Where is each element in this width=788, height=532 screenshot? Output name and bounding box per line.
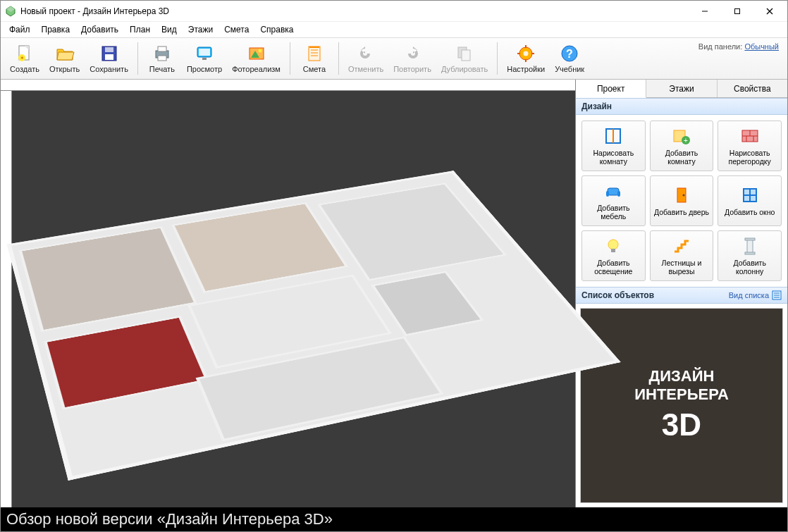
tab-floors[interactable]: Этажи bbox=[646, 80, 717, 97]
printer-icon bbox=[152, 44, 172, 63]
add-window-button[interactable]: Добавить окно bbox=[718, 175, 782, 226]
undo-label: Отменить bbox=[348, 65, 383, 73]
undo-button[interactable]: Отменить bbox=[343, 42, 388, 75]
add-room-icon: + bbox=[672, 126, 691, 146]
panel-mode: Вид панели: Обычный bbox=[698, 42, 779, 51]
menu-plan[interactable]: План bbox=[124, 23, 156, 36]
add-door-button[interactable]: Добавить дверь bbox=[650, 175, 714, 226]
svg-point-55 bbox=[608, 240, 618, 249]
menu-edit[interactable]: Правка bbox=[36, 23, 76, 36]
svg-rect-22 bbox=[309, 47, 320, 61]
monitor-icon bbox=[195, 44, 214, 63]
add-furniture-button[interactable]: Добавить мебель bbox=[581, 175, 646, 226]
viewport-3d[interactable] bbox=[12, 91, 575, 507]
duplicate-button[interactable]: Дублировать bbox=[436, 42, 493, 75]
separator bbox=[497, 42, 498, 75]
redo-button[interactable]: Повторить bbox=[388, 42, 436, 75]
svg-rect-11 bbox=[105, 47, 113, 52]
svg-text:?: ? bbox=[566, 48, 573, 60]
svg-rect-14 bbox=[158, 47, 166, 51]
open-label: Открыть bbox=[49, 65, 80, 73]
redo-icon bbox=[402, 44, 422, 63]
create-label: Создать bbox=[10, 65, 39, 73]
menu-file[interactable]: Файл bbox=[4, 23, 36, 36]
estimate-label: Смета bbox=[303, 65, 326, 73]
add-column-label: Добавить колонну bbox=[720, 259, 780, 276]
photoreal-button[interactable]: Фотореализм bbox=[227, 42, 285, 75]
design-tools-grid: Нарисовать комнату + Добавить комнату На… bbox=[576, 115, 787, 287]
tab-properties[interactable]: Свойства bbox=[718, 80, 787, 97]
print-button[interactable]: Печать bbox=[142, 42, 182, 75]
create-button[interactable]: ✶ Создать bbox=[5, 42, 44, 75]
brick-wall-icon bbox=[740, 126, 760, 146]
titlebar: Новый проект - Дизайн Интерьера 3D bbox=[1, 1, 787, 22]
draw-room-label: Нарисовать комнату bbox=[584, 149, 644, 166]
app-icon bbox=[5, 6, 16, 17]
notepad-icon bbox=[304, 44, 324, 63]
footer-caption: Обзор новой версии «Дизайн Интерьера 3D» bbox=[1, 507, 787, 531]
settings-button[interactable]: Настройки bbox=[502, 42, 550, 75]
add-room-label: Добавить комнату bbox=[652, 149, 712, 166]
maximize-button[interactable] bbox=[721, 1, 753, 22]
preview-line3: 3D bbox=[634, 407, 729, 444]
column-icon bbox=[740, 236, 760, 256]
svg-rect-48 bbox=[606, 191, 609, 197]
svg-rect-56 bbox=[611, 249, 615, 252]
add-lighting-button[interactable]: Добавить освещение bbox=[581, 230, 646, 281]
armchair-icon bbox=[603, 181, 623, 201]
close-button[interactable] bbox=[753, 1, 786, 22]
add-room-button[interactable]: + Добавить комнату bbox=[650, 120, 714, 171]
door-icon bbox=[672, 185, 691, 205]
objects-title-label: Список объектов bbox=[581, 290, 654, 300]
save-button[interactable]: Сохранить bbox=[85, 42, 133, 75]
preview-button[interactable]: Просмотр bbox=[182, 42, 227, 75]
stairs-button[interactable]: Лестницы и вырезы bbox=[650, 230, 714, 281]
menu-view[interactable]: Вид bbox=[156, 23, 183, 36]
separator bbox=[290, 42, 290, 75]
open-button[interactable]: Открыть bbox=[44, 42, 85, 75]
svg-rect-49 bbox=[617, 191, 620, 197]
add-column-button[interactable]: Добавить колонну bbox=[718, 230, 782, 281]
preview-thumbnail[interactable]: ДИЗАЙН ИНТЕРЬЕРА 3D bbox=[580, 308, 783, 503]
window-title: Новый проект - Дизайн Интерьера 3D bbox=[20, 6, 689, 16]
floorplan-3d bbox=[7, 171, 621, 480]
folder-open-icon bbox=[55, 44, 75, 63]
menu-floors[interactable]: Этажи bbox=[183, 23, 218, 36]
list-view-toggle[interactable]: Вид списка bbox=[729, 290, 782, 300]
duplicate-icon bbox=[455, 44, 474, 63]
svg-rect-28 bbox=[462, 50, 470, 61]
svg-rect-26 bbox=[309, 47, 319, 48]
estimate-button[interactable]: Смета bbox=[295, 42, 334, 75]
tutorial-button[interactable]: ? Учебник bbox=[550, 42, 589, 75]
panel-mode-link[interactable]: Обычный bbox=[744, 42, 779, 51]
ruler-vertical bbox=[1, 91, 12, 507]
list-view-icon bbox=[772, 290, 782, 300]
menu-estimate[interactable]: Смета bbox=[218, 23, 254, 36]
draw-partition-button[interactable]: Нарисовать перегородку bbox=[718, 120, 782, 171]
draw-room-button[interactable]: Нарисовать комнату bbox=[581, 120, 646, 171]
toolbar: ✶ Создать Открыть Сохранить Печать Просм… bbox=[1, 37, 787, 80]
workspace: Проект Этажи Свойства Дизайн Нарисовать … bbox=[1, 80, 787, 507]
window-controls bbox=[689, 1, 786, 22]
svg-rect-18 bbox=[202, 58, 207, 60]
menu-help[interactable]: Справка bbox=[254, 23, 299, 36]
canvas-3d[interactable] bbox=[1, 80, 576, 507]
stairs-icon bbox=[672, 236, 691, 256]
photoreal-label: Фотореализм bbox=[232, 65, 281, 73]
menu-add[interactable]: Добавить bbox=[75, 23, 124, 36]
minimize-button[interactable] bbox=[689, 1, 721, 22]
help-icon: ? bbox=[560, 44, 579, 63]
svg-rect-17 bbox=[199, 49, 210, 56]
separator bbox=[338, 42, 339, 75]
settings-label: Настройки bbox=[507, 65, 545, 73]
add-window-label: Добавить окно bbox=[725, 208, 775, 216]
window-icon bbox=[740, 185, 760, 205]
menubar: Файл Правка Добавить План Вид Этажи Смет… bbox=[1, 22, 787, 37]
tab-project[interactable]: Проект bbox=[576, 80, 646, 98]
render-icon bbox=[247, 44, 266, 63]
list-view-label: Вид списка bbox=[729, 291, 769, 299]
svg-rect-12 bbox=[105, 54, 113, 60]
stairs-label: Лестницы и вырезы bbox=[652, 259, 712, 276]
preview-line2: ИНТЕРЬЕРА bbox=[634, 385, 729, 403]
add-furniture-label: Добавить мебель bbox=[584, 204, 644, 221]
